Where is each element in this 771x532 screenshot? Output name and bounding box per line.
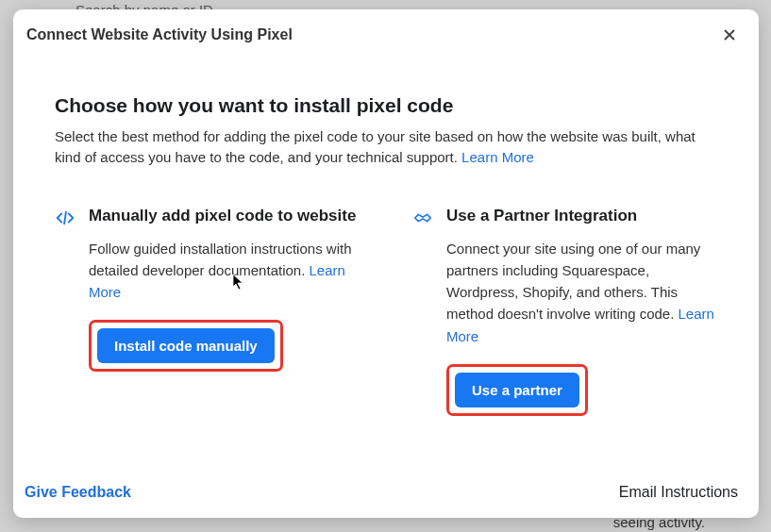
- modal-body: Choose how you want to install pixel cod…: [13, 53, 759, 473]
- highlight-manual: Install code manually: [89, 320, 283, 372]
- handshake-icon: [412, 208, 433, 228]
- pixel-install-modal: Connect Website Activity Using Pixel Cho…: [13, 9, 759, 518]
- modal-footer: Give Feedback Email Instructions: [13, 473, 759, 518]
- option-manual-body: Follow guided installation instructions …: [55, 238, 360, 373]
- highlight-partner: Use a partner: [446, 364, 588, 416]
- give-feedback-link[interactable]: Give Feedback: [25, 484, 131, 501]
- option-manual-title: Manually add pixel code to website: [89, 206, 356, 226]
- main-description-text: Select the best method for adding the pi…: [55, 128, 696, 165]
- main-description: Select the best method for adding the pi…: [55, 126, 717, 168]
- option-manual-description: Follow guided installation instructions …: [89, 238, 360, 304]
- option-manual: Manually add pixel code to website Follo…: [55, 206, 360, 416]
- main-heading: Choose how you want to install pixel cod…: [55, 94, 717, 117]
- option-partner-description: Connect your site using one of our many …: [446, 238, 717, 347]
- option-partner-body: Connect your site using one of our many …: [412, 238, 717, 416]
- option-partner-description-text: Connect your site using one of our many …: [446, 241, 700, 323]
- email-instructions-link[interactable]: Email Instructions: [619, 484, 738, 501]
- option-manual-header: Manually add pixel code to website: [55, 206, 360, 228]
- modal-header: Connect Website Activity Using Pixel: [13, 9, 759, 53]
- use-a-partner-button[interactable]: Use a partner: [455, 373, 579, 407]
- modal-title: Connect Website Activity Using Pixel: [26, 26, 293, 43]
- close-icon: [721, 26, 738, 43]
- close-button[interactable]: [717, 23, 742, 47]
- option-partner-header: Use a Partner Integration: [412, 206, 717, 228]
- options-row: Manually add pixel code to website Follo…: [55, 206, 717, 416]
- install-code-manually-button[interactable]: Install code manually: [97, 328, 275, 363]
- svg-line-2: [64, 211, 66, 224]
- main-learn-more-link[interactable]: Learn More: [461, 149, 534, 165]
- option-partner-title: Use a Partner Integration: [446, 206, 637, 226]
- code-icon: [55, 208, 75, 228]
- option-partner: Use a Partner Integration Connect your s…: [412, 206, 717, 416]
